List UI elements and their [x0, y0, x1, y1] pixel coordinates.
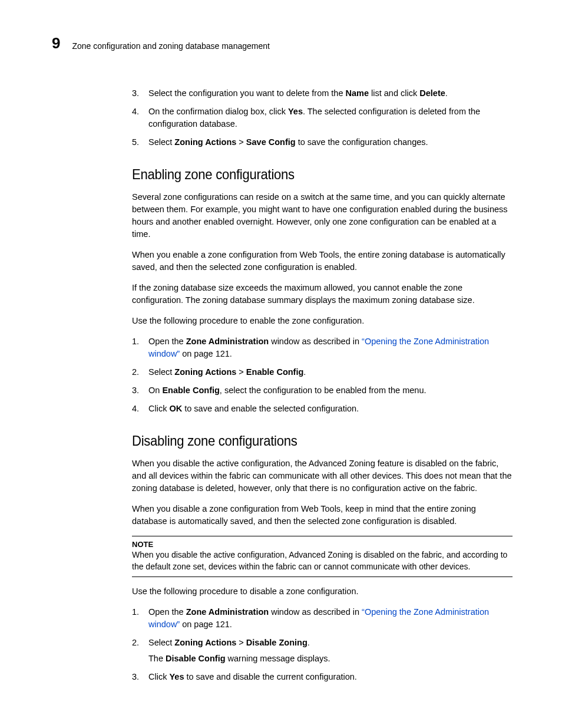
- enable-steps: Open the Zone Administration window as d…: [132, 335, 513, 415]
- step-5: Select Zoning Actions > Save Config to s…: [132, 136, 513, 149]
- disable-para-2: When you disable a zone configuration fr…: [132, 503, 513, 528]
- enable-step-1: Open the Zone Administration window as d…: [132, 335, 513, 360]
- enable-para-4: Use the following procedure to enable th…: [132, 315, 513, 327]
- enable-step-3: On Enable Config, select the configurati…: [132, 384, 513, 397]
- zoning-actions-menu: Zoning Actions: [174, 367, 236, 377]
- page: 9 Zone configuration and zoning database…: [0, 0, 562, 728]
- note-box: NOTE When you disable the active configu…: [132, 536, 513, 577]
- step-4: On the confirmation dialog box, click Ye…: [132, 106, 513, 130]
- enable-step-4: Click OK to save and enable the selected…: [132, 403, 513, 415]
- disable-para-1: When you disable the active configuratio…: [132, 457, 513, 495]
- zone-admin-window: Zone Administration: [186, 337, 269, 346]
- delete-button-label: Delete: [419, 88, 445, 98]
- enable-config-dialog: Enable Config: [162, 386, 219, 395]
- heading-enabling: Enabling zone configurations: [132, 166, 513, 183]
- running-title: Zone configuration and zoning database m…: [72, 41, 269, 51]
- heading-disabling: Disabling zone configurations: [132, 433, 513, 449]
- enable-para-2: When you enable a zone configuration fro…: [132, 249, 513, 274]
- content: Select the configuration you want to del…: [132, 87, 513, 683]
- ok-button-label: OK: [169, 404, 182, 413]
- deleting-config-steps: Select the configuration you want to del…: [132, 87, 513, 149]
- zoning-actions-menu: Zoning Actions: [174, 137, 236, 147]
- disable-config-dialog: Disable Config: [166, 654, 226, 663]
- enable-para-1: Several zone configurations can reside o…: [132, 191, 513, 241]
- disable-step-1: Open the Zone Administration window as d…: [132, 606, 513, 631]
- note-label: NOTE: [132, 540, 513, 549]
- disable-para-3: Use the following procedure to disable a…: [132, 585, 513, 598]
- disable-zoning-menu: Disable Zoning: [246, 638, 308, 647]
- note-body: When you disable the active configuratio…: [132, 549, 513, 572]
- zone-admin-window: Zone Administration: [186, 607, 269, 617]
- chapter-number: 9: [52, 35, 60, 51]
- disable-step-3: Click Yes to save and disable the curren…: [132, 671, 513, 683]
- zoning-actions-menu: Zoning Actions: [174, 638, 236, 647]
- yes-button-label: Yes: [288, 107, 303, 116]
- running-header: 9 Zone configuration and zoning database…: [52, 35, 513, 51]
- disable-steps: Open the Zone Administration window as d…: [132, 606, 513, 683]
- name-list-label: Name: [346, 88, 369, 98]
- enable-para-3: If the zoning database size exceeds the …: [132, 282, 513, 307]
- enable-config-menu: Enable Config: [246, 367, 303, 377]
- save-config-menu: Save Config: [246, 137, 296, 147]
- disable-step-2: Select Zoning Actions > Disable Zoning. …: [132, 637, 513, 665]
- enable-step-2: Select Zoning Actions > Enable Config.: [132, 366, 513, 378]
- disable-step-2-sub: The Disable Config warning message displ…: [148, 653, 513, 665]
- yes-button-label: Yes: [169, 672, 184, 681]
- step-3: Select the configuration you want to del…: [132, 87, 513, 100]
